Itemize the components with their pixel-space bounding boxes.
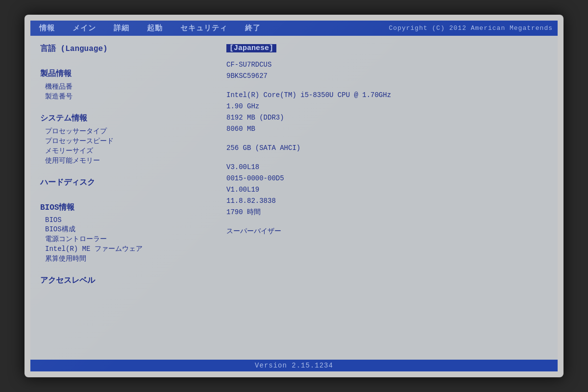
bios-version-value: V3.00L18	[226, 162, 548, 173]
system-values-block: Intel(R) Core(TM) i5-8350U CPU @ 1.70GHz…	[226, 90, 548, 135]
access-level-block: スーパーバイザー	[226, 226, 548, 237]
menu-item-info[interactable]: 情報	[30, 23, 64, 34]
bios-config-value: 0015-0000-00D5	[226, 173, 548, 184]
processor-type-value: Intel(R) Core(TM) i5-8350U CPU @ 1.70GHz	[226, 90, 548, 101]
bios-version-label: BIOS	[40, 216, 207, 224]
usable-memory-label: 使用可能メモリー	[40, 156, 207, 166]
access-level-section-header: アクセスレベル	[40, 275, 207, 286]
bottom-bar: Version 2.15.1234	[30, 360, 558, 371]
left-panel: 言語 (Language) 製品情報 機種品番 製造番号 システム情報 プロセッ…	[30, 36, 217, 360]
language-section-header: 言語 (Language)	[40, 44, 207, 54]
system-info-section-header: システム情報	[40, 113, 207, 123]
processor-speed-label: プロセッサースピード	[40, 136, 207, 146]
bios-container: 情報 メイン 詳細 起動 セキュリティ 終了 Copyright (C) 201…	[30, 21, 558, 371]
main-content: 言語 (Language) 製品情報 機種品番 製造番号 システム情報 プロセッ…	[30, 36, 558, 360]
product-model-label: 機種品番	[40, 82, 207, 92]
hdd-section-header: ハードディスク	[40, 177, 207, 188]
product-info-section-header: 製品情報	[40, 69, 207, 79]
me-firmware-value: 11.8.82.3838	[226, 196, 548, 207]
bios-info-section-header: BIOS情報	[40, 202, 207, 213]
usage-time-label: 累算使用時間	[40, 254, 207, 264]
processor-type-label: プロセッサータイプ	[40, 126, 207, 136]
product-serial-value: 9BKSC59627	[226, 71, 548, 82]
screen: 情報 メイン 詳細 起動 セキュリティ 終了 Copyright (C) 201…	[30, 21, 558, 371]
processor-speed-value: 1.90 GHz	[226, 101, 548, 112]
menu-item-detail[interactable]: 詳細	[105, 23, 138, 34]
menu-bar: 情報 メイン 詳細 起動 セキュリティ 終了 Copyright (C) 201…	[30, 21, 558, 36]
menu-item-security[interactable]: セキュリティ	[172, 23, 236, 34]
menu-item-exit[interactable]: 終了	[236, 23, 270, 34]
usage-time-value: 1790 時間	[226, 207, 548, 218]
memory-size-value: 8192 MB (DDR3)	[226, 112, 548, 123]
version-text: Version 2.15.1234	[255, 362, 333, 369]
right-panel: [Japanese] CF-SU7RDCUS 9BKSC59627 Intel(…	[217, 36, 558, 360]
power-controller-value: V1.00L19	[226, 184, 548, 196]
memory-size-label: メモリーサイズ	[40, 146, 207, 156]
usable-memory-value: 8060 MB	[226, 123, 548, 135]
monitor-frame: 情報 メイン 詳細 起動 セキュリティ 終了 Copyright (C) 201…	[24, 15, 564, 377]
language-value: [Japanese]	[226, 44, 276, 52]
copyright-text: Copyright (C) 2012 American Megatrends	[389, 24, 558, 32]
product-model-value: CF-SU7RDCUS	[226, 59, 548, 71]
product-values-block: CF-SU7RDCUS 9BKSC59627	[226, 59, 548, 82]
hdd-values-block: 256 GB (SATA AHCI)	[226, 143, 548, 154]
power-controller-label: 電源コントローラー	[40, 234, 207, 244]
menu-item-main[interactable]: メイン	[64, 23, 105, 34]
menu-item-boot[interactable]: 起動	[138, 23, 172, 34]
hdd-size-value: 256 GB (SATA AHCI)	[226, 143, 548, 154]
bios-values-block: V3.00L18 0015-0000-00D5 V1.00L19 11.8.82…	[226, 162, 548, 218]
access-level-value: スーパーバイザー	[226, 226, 548, 237]
bios-config-label: BIOS構成	[40, 224, 207, 234]
me-firmware-label: Intel(R) ME ファームウェア	[40, 244, 207, 254]
product-serial-label: 製造番号	[40, 92, 207, 101]
